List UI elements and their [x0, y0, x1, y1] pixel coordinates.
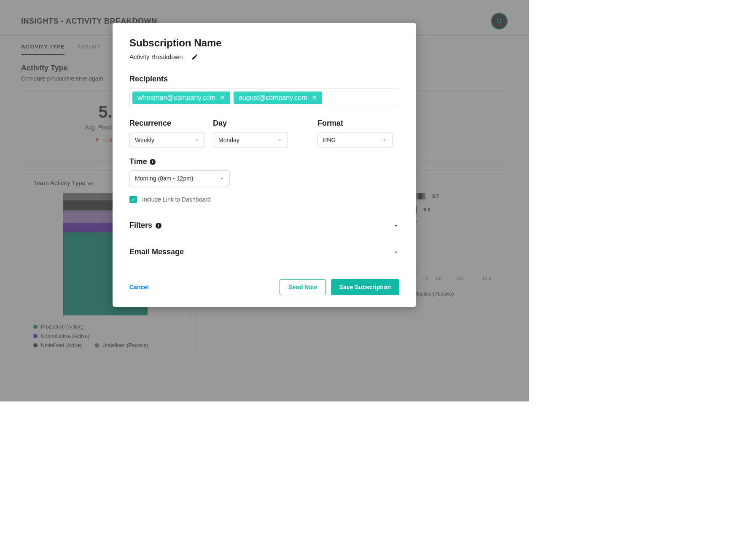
include-link-label: Include Link to Dashboard: [142, 196, 211, 203]
recipients-input[interactable]: wfreeman@company.com ✕ august@company.co…: [129, 89, 399, 107]
recurrence-select[interactable]: Weekly: [129, 132, 204, 148]
recipient-chip: august@company.com ✕: [234, 92, 322, 104]
time-label: Timei: [129, 157, 230, 166]
email-message-collapse[interactable]: Email Message: [129, 242, 399, 261]
info-icon[interactable]: i: [150, 159, 156, 165]
chevron-down-icon: [393, 222, 399, 229]
recipient-chip: wfreeman@company.com ✕: [132, 92, 230, 104]
chevron-down-icon: [382, 137, 387, 143]
info-icon[interactable]: i: [156, 223, 161, 229]
chevron-down-icon: [393, 249, 399, 256]
filters-collapse[interactable]: Filtersi: [129, 216, 399, 235]
chevron-down-icon: [277, 137, 282, 143]
format-label: Format: [317, 119, 393, 128]
format-select[interactable]: PNG: [317, 132, 393, 148]
chevron-down-icon: [219, 176, 224, 181]
subscription-name-value: Activity Breakdown: [129, 53, 183, 60]
subscription-modal: Subscription Name Activity Breakdown Rec…: [113, 23, 416, 307]
edit-icon[interactable]: [191, 54, 198, 60]
recurrence-label: Recurrence: [129, 119, 204, 128]
time-select[interactable]: Morning (8am - 12pm): [129, 170, 230, 186]
include-link-checkbox[interactable]: [129, 196, 137, 203]
modal-title: Subscription Name: [129, 37, 399, 49]
remove-recipient-icon[interactable]: ✕: [220, 94, 225, 101]
recipients-heading: Recipients: [129, 75, 399, 83]
day-select[interactable]: Monday: [213, 132, 288, 148]
remove-recipient-icon[interactable]: ✕: [312, 94, 317, 101]
cancel-button[interactable]: Cancel: [129, 284, 149, 291]
chevron-down-icon: [194, 137, 199, 143]
save-subscription-button[interactable]: Save Subscription: [331, 279, 399, 295]
day-label: Day: [213, 119, 288, 128]
send-now-button[interactable]: Send Now: [280, 279, 326, 295]
